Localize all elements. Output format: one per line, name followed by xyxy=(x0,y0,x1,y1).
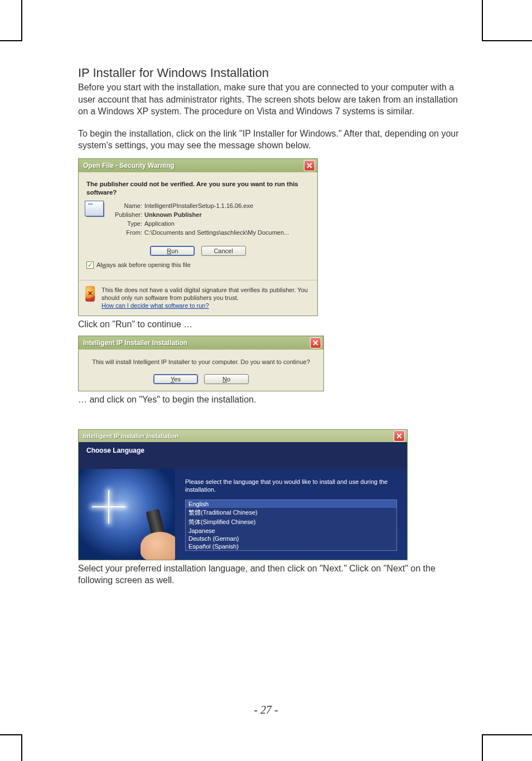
dialog-titlebar: Intelligent IP Installer Installation ✕ xyxy=(79,336,323,350)
caption-run: Click on "Run" to continue … xyxy=(78,318,463,331)
from-value: C:\Documents and Settings\aschlieck\My D… xyxy=(144,229,289,236)
dialog-title: Intelligent IP Installer Installation xyxy=(83,433,179,439)
publisher-value: Unknown Publisher xyxy=(144,211,289,218)
security-headline: The publisher could not be verified. Are… xyxy=(86,180,298,197)
dialog-subtitle: Choose Language xyxy=(79,442,407,469)
close-icon[interactable]: ✕ xyxy=(304,160,315,171)
cancel-button[interactable]: Cancel xyxy=(201,246,246,256)
close-icon[interactable]: ✕ xyxy=(394,430,405,442)
security-warning-dialog: Open File - Security Warning ✕ The publi… xyxy=(78,158,318,316)
dialog-title: Intelligent IP Installer Installation xyxy=(83,339,187,347)
always-ask-label: Always ask before opening this file xyxy=(96,261,191,268)
language-option[interactable]: Japanese xyxy=(186,527,396,535)
language-option[interactable]: Español (Spanish) xyxy=(186,542,396,550)
intro-paragraph-2: To begin the installation, click on the … xyxy=(78,128,463,152)
section-heading: IP Installer for Windows Installation xyxy=(78,66,463,80)
security-footer-text: This file does not have a valid digital … xyxy=(101,286,311,310)
publisher-label: Publisher: xyxy=(110,211,144,218)
close-icon[interactable]: ✕ xyxy=(310,337,321,348)
caption-yes: … and click on "Yes" to begin the instal… xyxy=(78,394,463,406)
shield-icon: ✕ xyxy=(85,286,95,302)
install-confirm-dialog: Intelligent IP Installer Installation ✕ … xyxy=(78,336,324,391)
name-label: Name: xyxy=(110,202,144,209)
help-link[interactable]: How can I decide what software to run? xyxy=(101,302,209,309)
caption-language: Select your preferred installation langu… xyxy=(78,563,463,586)
language-option[interactable]: 繁體(Traditional Chinese) xyxy=(186,508,396,517)
language-instruction: Please select the language that you woul… xyxy=(185,478,397,494)
dialog-title: Open File - Security Warning xyxy=(83,162,175,169)
page-number: - 27 - xyxy=(0,704,532,716)
choose-language-dialog: Intelligent IP Installer Installation ✕ … xyxy=(78,429,408,560)
language-option[interactable]: 简体(Simplified Chinese) xyxy=(186,517,396,527)
language-listbox[interactable]: English 繁體(Traditional Chinese) 简体(Simpl… xyxy=(185,500,397,551)
confirm-message: This will install Intelligent IP Install… xyxy=(85,358,317,365)
from-label: From: xyxy=(110,229,144,236)
wizard-artwork xyxy=(79,469,175,560)
language-option[interactable]: English xyxy=(186,500,396,508)
language-option[interactable]: Deutsch (German) xyxy=(186,535,396,542)
always-ask-checkbox[interactable]: ✓ xyxy=(86,261,94,269)
no-button[interactable]: No xyxy=(204,374,249,384)
type-value: Application xyxy=(144,220,289,227)
dialog-titlebar: Intelligent IP Installer Installation ✕ xyxy=(79,430,407,442)
yes-button[interactable]: Yes xyxy=(153,374,198,384)
dialog-titlebar: Open File - Security Warning ✕ xyxy=(79,159,317,172)
type-label: Type: xyxy=(110,220,144,227)
name-value: IntelligentIPInstallerSetup-1.1.16.06.ex… xyxy=(144,202,289,209)
application-icon xyxy=(86,202,104,217)
run-button[interactable]: Run xyxy=(150,246,195,256)
intro-paragraph-1: Before you start with the installation, … xyxy=(78,81,463,118)
